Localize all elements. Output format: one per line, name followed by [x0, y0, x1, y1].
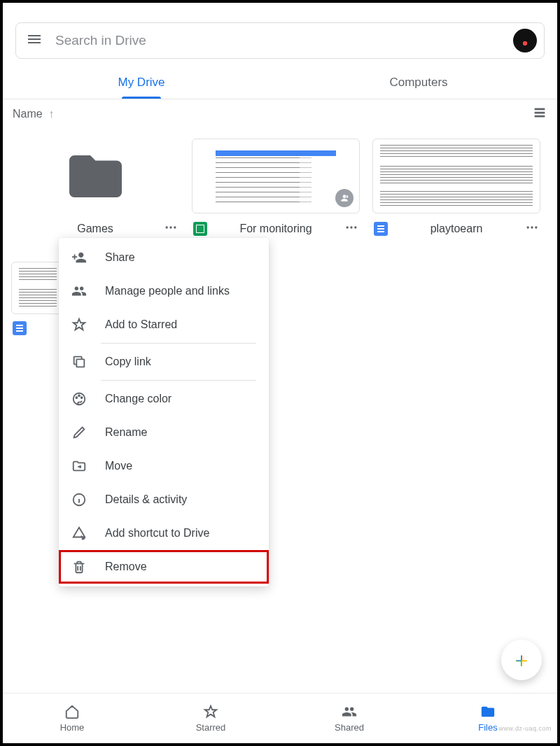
- menu-remove[interactable]: Remove: [59, 550, 269, 584]
- more-icon[interactable]: [344, 220, 358, 237]
- file-name: For monitoring: [216, 223, 336, 235]
- menu-label: Add to Starred: [105, 318, 177, 331]
- menu-move[interactable]: Move: [59, 449, 269, 483]
- menu-label: Move: [105, 460, 132, 472]
- svg-point-12: [78, 395, 80, 397]
- svg-rect-9: [76, 359, 84, 367]
- menu-label: Copy link: [105, 356, 151, 368]
- nav-starred[interactable]: Starred: [141, 694, 280, 743]
- info-icon: [71, 492, 87, 507]
- nav-label: Files: [478, 722, 497, 733]
- svg-point-5: [354, 226, 356, 228]
- tab-label: Computers: [389, 76, 447, 89]
- menu-details[interactable]: Details & activity: [59, 483, 269, 516]
- svg-point-13: [81, 397, 83, 398]
- palette-icon: [71, 391, 87, 407]
- shared-icon: [335, 189, 354, 207]
- file-card-monitoring[interactable]: For monitoring: [192, 139, 360, 237]
- menu-change-color[interactable]: Change color: [59, 382, 269, 416]
- nav-label: Starred: [196, 722, 226, 733]
- file-grid: Games For monitoring playtoearn: [11, 139, 549, 237]
- sort-row: Name ↑: [13, 105, 547, 123]
- menu-share[interactable]: Share: [59, 241, 269, 274]
- user-avatar[interactable]: [513, 29, 537, 52]
- menu-label: Manage people and links: [105, 285, 230, 297]
- tab-my-drive[interactable]: My Drive: [3, 66, 280, 99]
- svg-point-2: [174, 226, 176, 228]
- drive-tabs: My Drive Computers: [3, 66, 557, 99]
- file-card-playtoearn[interactable]: playtoearn: [372, 139, 540, 237]
- svg-point-6: [527, 226, 529, 228]
- file-card-partial[interactable]: [11, 262, 64, 335]
- file-caption: Games: [11, 213, 179, 237]
- nav-label: Home: [60, 722, 85, 733]
- file-caption: For monitoring: [192, 213, 360, 237]
- menu-rename[interactable]: Rename: [59, 416, 269, 449]
- create-fab[interactable]: ＋: [501, 640, 542, 680]
- star-icon: [71, 317, 87, 332]
- trash-icon: [71, 559, 87, 575]
- menu-label: Add shortcut to Drive: [105, 527, 209, 540]
- file-caption: [11, 314, 64, 335]
- watermark: www.dz-uaq.com: [498, 725, 552, 732]
- menu-label: Details & activity: [105, 493, 187, 506]
- svg-point-0: [166, 226, 168, 228]
- copy-icon: [71, 354, 87, 370]
- sort-button[interactable]: Name ↑: [13, 108, 54, 120]
- pencil-icon: [71, 425, 87, 440]
- sort-label: Name: [13, 108, 43, 120]
- view-list-icon[interactable]: [532, 105, 547, 123]
- menu-label: Remove: [105, 561, 147, 573]
- doc-thumbnail: [372, 139, 540, 213]
- file-caption: playtoearn: [372, 213, 540, 237]
- svg-point-11: [76, 397, 77, 398]
- drive-shortcut-icon: [71, 526, 87, 541]
- bottom-nav: Home Starred Shared Files: [3, 693, 557, 743]
- svg-point-4: [350, 226, 352, 228]
- doc-thumbnail: [11, 262, 64, 314]
- nav-label: Shared: [335, 722, 364, 733]
- folder-card-games[interactable]: Games: [11, 139, 179, 237]
- folder-move-icon: [71, 458, 87, 474]
- nav-shared[interactable]: Shared: [280, 694, 419, 743]
- search-placeholder: Search in Drive: [55, 33, 513, 48]
- docs-icon: [13, 321, 27, 335]
- nav-files[interactable]: Files: [419, 694, 557, 743]
- nav-home[interactable]: Home: [3, 694, 141, 743]
- menu-shortcut[interactable]: Add shortcut to Drive: [59, 516, 269, 550]
- menu-icon[interactable]: [26, 31, 43, 50]
- file-name: playtoearn: [396, 223, 517, 235]
- folder-thumbnail: [11, 139, 179, 213]
- menu-star[interactable]: Add to Starred: [59, 308, 269, 342]
- menu-label: Change color: [105, 393, 172, 405]
- tab-computers[interactable]: Computers: [280, 66, 557, 99]
- docs-icon: [374, 222, 388, 236]
- person-add-icon: [71, 250, 87, 265]
- svg-point-1: [169, 226, 172, 228]
- menu-label: Share: [105, 251, 135, 264]
- svg-point-7: [531, 226, 533, 228]
- more-icon[interactable]: [525, 220, 539, 237]
- svg-point-3: [346, 226, 349, 228]
- more-icon[interactable]: [164, 220, 178, 237]
- people-icon: [71, 283, 87, 299]
- menu-copy-link[interactable]: Copy link: [59, 345, 269, 379]
- file-name: Games: [35, 223, 155, 235]
- svg-point-8: [535, 226, 537, 228]
- tab-label: My Drive: [118, 76, 164, 89]
- plus-icon: ＋: [511, 646, 532, 675]
- menu-label: Rename: [105, 426, 147, 439]
- arrow-up-icon: ↑: [48, 108, 54, 120]
- sheets-icon: [193, 222, 207, 236]
- context-menu: Share Manage people and links Add to Sta…: [59, 238, 269, 586]
- sheet-thumbnail: [192, 139, 360, 213]
- search-bar[interactable]: Search in Drive: [15, 22, 545, 59]
- menu-manage[interactable]: Manage people and links: [59, 274, 269, 308]
